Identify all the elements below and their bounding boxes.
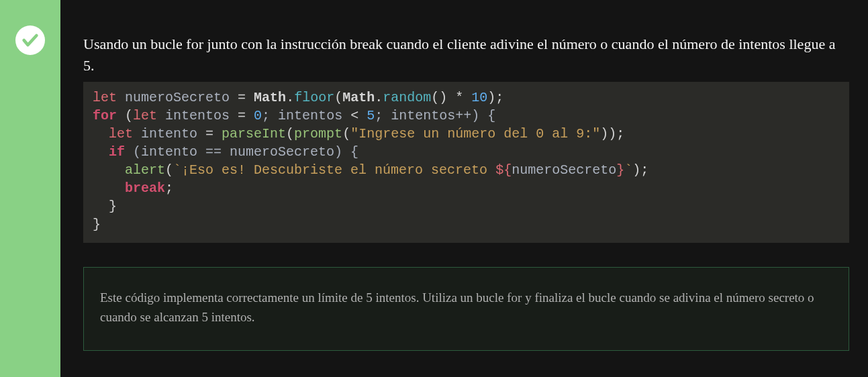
check-icon <box>15 25 45 55</box>
status-sidebar <box>0 0 60 377</box>
keyword-break: break <box>125 180 165 196</box>
feedback-text: Este código implementa correctamente un … <box>100 290 814 324</box>
answer-content: Usando un bucle for junto con la instruc… <box>60 0 868 377</box>
keyword-if: if <box>109 144 125 160</box>
feedback-box: Este código implementa correctamente un … <box>83 267 849 351</box>
answer-card: Usando un bucle for junto con la instruc… <box>0 0 868 377</box>
keyword-for: for <box>93 108 117 123</box>
code-block: let numeroSecreto = Math.floor(Math.rand… <box>83 82 849 243</box>
answer-description: Usando un bucle for junto con la instruc… <box>83 34 849 76</box>
keyword-let: let <box>93 90 117 105</box>
